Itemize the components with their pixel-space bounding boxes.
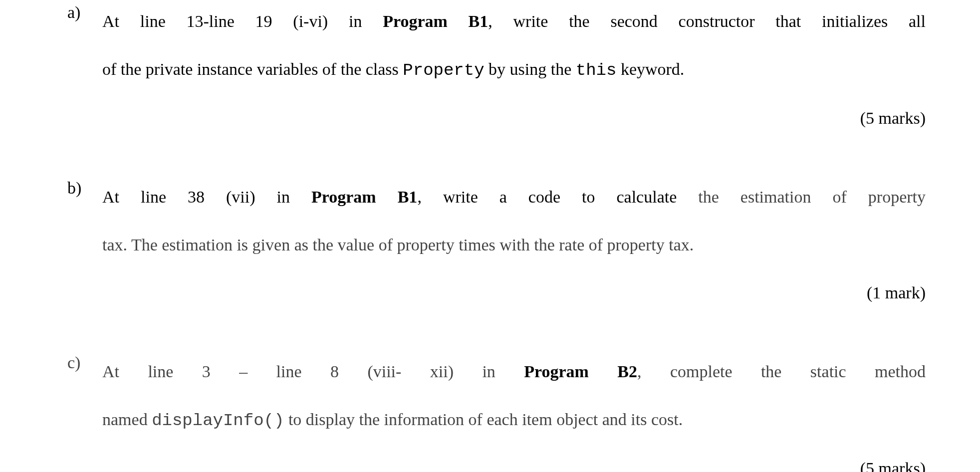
text: , write a code to calculate <box>417 188 698 206</box>
dim-text: c) <box>67 353 80 372</box>
dim-text: named <box>102 410 152 429</box>
question-item-c: c) At line 3 – line 8 (viii- xii) in Pro… <box>67 354 926 472</box>
item-label: c) <box>67 354 102 371</box>
marks-line: (5 marks) <box>102 101 926 136</box>
marks-line: (1 mark) <box>102 275 926 310</box>
bold-text: Program B1 <box>383 12 488 30</box>
item-label: b) <box>67 180 102 197</box>
item-body: At line 38 (vii) in Program B1, write a … <box>102 180 926 310</box>
text: At line 38 (vii) in <box>102 188 311 206</box>
dim-text: to display the information of each item … <box>284 410 683 429</box>
paragraph-line: At line 3 – line 8 (viii- xii) in Progra… <box>102 354 926 389</box>
question-list: a) At line 13-line 19 (i-vi) in Program … <box>67 4 926 472</box>
paragraph-line: named displayInfo() to display the infor… <box>102 402 926 438</box>
code-text: this <box>576 61 617 80</box>
paragraph-line: At line 38 (vii) in Program B1, write a … <box>102 180 926 215</box>
text: by using the <box>485 60 576 78</box>
bold-text: Program B1 <box>311 188 417 206</box>
code-text: Property <box>403 61 484 80</box>
text: , write the second constructor that init… <box>488 12 926 30</box>
document-page: a) At line 13-line 19 (i-vi) in Program … <box>0 0 980 472</box>
dim-text: the estimation of property <box>698 188 926 206</box>
marks-line: (5 marks) <box>102 451 926 472</box>
question-item-a: a) At line 13-line 19 (i-vi) in Program … <box>67 4 926 136</box>
paragraph-line: tax. The estimation is given as the valu… <box>102 228 926 262</box>
dim-text: , complete the static method <box>637 362 926 381</box>
item-body: At line 13-line 19 (i-vi) in Program B1,… <box>102 4 926 136</box>
text: At line 13-line 19 (i-vi) in <box>102 12 383 30</box>
question-item-b: b) At line 38 (vii) in Program B1, write… <box>67 180 926 310</box>
dim-text: tax. The estimation is given as the valu… <box>102 236 694 254</box>
text: of the private instance variables of the… <box>102 60 403 78</box>
item-label: a) <box>67 4 102 21</box>
paragraph-line: of the private instance variables of the… <box>102 52 926 88</box>
bold-text: Program B2 <box>495 362 637 381</box>
dim-text: At line 3 – line 8 (viii- xii) in <box>102 362 495 381</box>
item-body: At line 3 – line 8 (viii- xii) in Progra… <box>102 354 926 472</box>
paragraph-line: At line 13-line 19 (i-vi) in Program B1,… <box>102 4 926 39</box>
text: keyword. <box>616 60 684 78</box>
code-text: displayInfo() <box>152 411 284 430</box>
